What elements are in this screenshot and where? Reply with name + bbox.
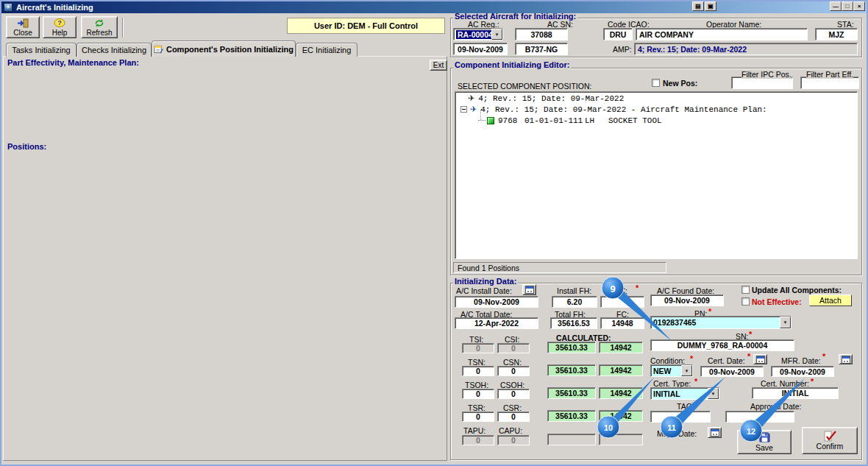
operator-name-field: AIR COMPANY (636, 28, 808, 40)
new-pos-checkbox[interactable] (652, 79, 660, 87)
positions-title: Positions: (6, 142, 48, 151)
tab-components-position-initializing[interactable]: Component's Position Initializing (152, 40, 296, 57)
tab-content-panel (3, 56, 447, 461)
attach-button-label: Attach (819, 296, 842, 305)
tab-tasks-initializing[interactable]: Tasks Initializing (6, 43, 77, 57)
titlebar-tool-window-icon[interactable]: ▣ (705, 1, 716, 11)
cert-type-combobox[interactable]: INITIAL ▼ (650, 387, 719, 400)
refresh-button[interactable]: Refresh (81, 16, 118, 38)
editor-filter-part-label: Filter Part Eff. (806, 70, 853, 79)
confirm-button-label: Confirm (817, 442, 844, 451)
ac-date-field: 09-Nov-2009 (453, 43, 508, 55)
dropdown-arrow-icon[interactable]: ▼ (491, 29, 502, 40)
csr-field[interactable]: 0 (497, 412, 530, 422)
update-all-checkbox[interactable] (741, 286, 750, 294)
calc-fc-2: 14942 (599, 364, 643, 376)
ext-button[interactable]: Ext (430, 60, 447, 71)
major-date-calendar-button[interactable] (708, 427, 722, 438)
confirm-check-icon (824, 431, 836, 442)
mfr-date-calendar-button[interactable] (839, 354, 853, 364)
not-effective-checkbox[interactable] (741, 297, 750, 306)
ac-install-date-label: A/C Install Date: (456, 286, 512, 295)
ac-found-date-field[interactable]: 09-Nov-2009 (650, 294, 724, 306)
sn-field[interactable]: DUMMY_9768_RA-00004 (650, 339, 794, 351)
close-window-button[interactable]: × (853, 1, 865, 11)
tab-ec-initializing[interactable]: EC Initializing (296, 43, 357, 57)
ac-install-date-field[interactable]: 09-Nov-2009 (455, 296, 538, 308)
editor-plan-row[interactable]: ✈ 4; Rev.: 15; Date: 09-Mar-2022 - Aircr… (456, 104, 856, 115)
arrow-down-icon: ▼ (495, 32, 499, 37)
editor-root-label: 4; Rev.: 15; Date: 09-Mar-2022 (478, 94, 624, 103)
notebook-icon (154, 44, 163, 54)
tab-checks-initializing[interactable]: Checks Initializing (77, 43, 152, 57)
mfr-date-field[interactable]: 09-Nov-2009 (771, 366, 834, 377)
required-marker: * (747, 352, 750, 361)
not-effective-label: Not Effective: (752, 297, 802, 306)
required-marker: * (822, 352, 825, 361)
total-fc-field[interactable]: 14948 (600, 317, 644, 329)
attach-button[interactable]: Attach (809, 294, 852, 306)
confirm-button[interactable]: Confirm (802, 427, 858, 454)
dropdown-arrow-icon[interactable]: ▼ (708, 388, 719, 399)
user-id-banner: User ID: DEM - Full Control (287, 18, 445, 34)
window-title: Aircraft's Initializing (16, 3, 93, 12)
titlebar: ✈ Aircraft's Initializing (1, 1, 867, 13)
csi-field: 0 (497, 343, 530, 353)
editor-root-row[interactable]: ✈ 4; Rev.: 15; Date: 09-Mar-2022 (456, 93, 856, 104)
calc-fc-4: 14942 (599, 410, 643, 422)
tsr-field[interactable]: 0 (462, 412, 494, 422)
calendar-icon (711, 428, 719, 437)
pn-combobox[interactable]: 0192837465 ▼ (650, 316, 791, 329)
ac-reg-combobox[interactable]: RA-00004 ▼ (453, 28, 503, 40)
help-button[interactable]: ? Help (43, 16, 77, 38)
cert-type-value: INITIAL (653, 389, 680, 398)
maximize-button[interactable]: □ (842, 1, 853, 11)
cert-date-calendar-button[interactable] (753, 354, 767, 364)
tsn-field[interactable]: 0 (462, 366, 494, 376)
maintenance-plan-icon: ✈ (470, 105, 477, 113)
editor-status-text: Found 1 Positions (458, 264, 519, 272)
tree-branch-icon (478, 120, 485, 121)
app-icon: ✈ (4, 3, 13, 12)
close-icon: × (858, 3, 861, 10)
ac-total-date-field[interactable]: 12-Apr-2022 (455, 317, 538, 329)
approval-label: Approval Date: (750, 402, 801, 411)
exit-door-icon (17, 18, 29, 28)
cert-number-field[interactable]: INITIAL (752, 387, 839, 399)
save-button[interactable]: Save (737, 430, 791, 454)
arrow-down-icon: ▼ (783, 320, 788, 325)
csn-field[interactable]: 0 (497, 366, 530, 376)
tsi-field: 0 (462, 343, 494, 353)
required-marker: * (690, 354, 693, 363)
condition-value: NEW (653, 367, 672, 375)
titlebar-tool-grid-icon[interactable]: ▤ (692, 1, 704, 11)
total-fh-field[interactable]: 35616.53 (550, 317, 597, 329)
ac-install-date-calendar-button[interactable] (522, 284, 536, 295)
collapse-icon[interactable] (460, 106, 467, 113)
calendar-icon (842, 356, 850, 364)
approval-field[interactable] (725, 411, 794, 423)
tapu-field: 0 (462, 435, 494, 445)
minimize-button[interactable]: — (830, 1, 842, 11)
close-button[interactable]: Close (6, 16, 40, 38)
calc-fh-4: 35610.33 (547, 410, 596, 422)
editor-status-bar: Found 1 Positions (453, 262, 666, 273)
editor-position-row[interactable]: 9768 01-01-01-111 LH SOCKET TOOL (456, 115, 856, 126)
tag-field[interactable] (650, 411, 711, 423)
dropdown-arrow-icon[interactable]: ▼ (780, 317, 791, 328)
tab-label: Checks Initializing (82, 46, 146, 54)
save-button-label: Save (755, 443, 773, 452)
refresh-icon (93, 18, 105, 28)
condition-combobox[interactable]: NEW ▼ (650, 364, 693, 377)
calc-fh-3: 35610.33 (547, 387, 596, 399)
install-fh-field[interactable]: 6.20 (552, 296, 597, 308)
dropdown-arrow-icon[interactable]: ▼ (681, 365, 692, 376)
csoh-field[interactable]: 0 (497, 389, 530, 399)
ac-reg-value: RA-00004 (456, 30, 494, 39)
cert-date-field[interactable]: 09-Nov-2009 (700, 366, 764, 377)
svg-text:?: ? (57, 19, 62, 27)
tsoh-field[interactable]: 0 (462, 389, 494, 399)
part-effectivity-title: Part Effectivity, Maintenance Plan: (6, 58, 140, 67)
editor-tree[interactable]: ✈ 4; Rev.: 15; Date: 09-Mar-2022 ✈ 4; Re… (456, 93, 856, 258)
install-fc-field[interactable] (600, 296, 644, 308)
